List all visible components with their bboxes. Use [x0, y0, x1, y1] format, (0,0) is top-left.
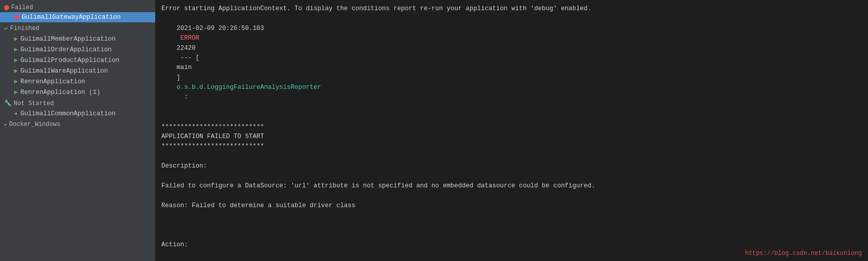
error-circle-icon	[4, 5, 9, 10]
run-icon-order: ▶	[14, 46, 18, 53]
sidebar-item-gulimallcommon[interactable]: ✦ GulimallCommonApplication	[0, 108, 155, 119]
watermark-url: https://blog.csdn.net/baikunlong	[745, 250, 862, 257]
console-empty-6	[161, 220, 862, 230]
sidebar-item-renren1-label: RenrenApplication (1)	[20, 89, 100, 96]
sidebar: Failed GulimallGatewayApplication ↩ Fini…	[0, 0, 155, 261]
console-stars2: ***************************	[161, 142, 862, 151]
error-level: ERROR	[177, 35, 203, 42]
console-stars1: ***************************	[161, 122, 862, 132]
chevron-down-icon: ▸	[4, 121, 7, 127]
run-icon-common: ✦	[14, 110, 18, 117]
sidebar-item-renren1[interactable]: ▶ RenrenApplication (1)	[0, 87, 155, 97]
separator2: ]	[177, 74, 184, 81]
sidebar-item-renren-label: RenrenApplication	[20, 78, 85, 85]
sidebar-item-gulimallcommon-label: GulimallCommonApplication	[20, 110, 116, 117]
timestamp-value: 2021-02-09 20:26:50.103	[177, 25, 264, 32]
sidebar-section-notstarted-label: Not Started	[14, 100, 54, 107]
sidebar-section-docker[interactable]: ▸ Docker_Windows	[0, 119, 155, 129]
run-icon-ware: ▶	[14, 67, 18, 75]
logger-name: o.s.b.d.LoggingFailureAnalysisReporter	[177, 84, 321, 91]
console-app-failed: APPLICATION FAILED TO START	[161, 132, 862, 142]
separator3: :	[177, 93, 188, 101]
console-reason: Reason: Failed to determine a suitable d…	[161, 201, 862, 211]
sidebar-section-notstarted: 🔧 Not Started	[0, 97, 155, 108]
sidebar-item-gulimallorder[interactable]: ▶ GulimallOrderApplication	[0, 44, 155, 55]
sidebar-section-finished: ↩ Finished	[0, 22, 155, 34]
sidebar-item-gulimallproduct[interactable]: ▶ GulimallProductApplication	[0, 55, 155, 66]
console-failed-msg: Failed to configure a DataSource: 'url' …	[161, 181, 862, 191]
sidebar-section-failed: Failed	[0, 2, 155, 12]
sidebar-section-failed-label: Failed	[11, 4, 33, 11]
console-empty-2	[161, 152, 862, 161]
run-icon-member: ▶	[14, 35, 18, 43]
sidebar-item-gulimallgateway-label: GulimallGatewayApplication	[22, 14, 121, 21]
sidebar-item-gulimallmember[interactable]: ▶ GulimallMemberApplication	[0, 34, 155, 44]
sidebar-item-renren[interactable]: ▶ RenrenApplication	[0, 76, 155, 87]
sidebar-item-gulimallgateway[interactable]: GulimallGatewayApplication	[0, 12, 155, 22]
sidebar-item-gulimallmember-label: GulimallMemberApplication	[20, 36, 116, 43]
console-empty-3	[161, 171, 862, 181]
console-action-label: Action:	[161, 240, 862, 250]
console-empty-7	[161, 231, 862, 240]
console-empty-4	[161, 191, 862, 201]
console-timestamp-line: 2021-02-09 20:26:50.103 ERROR 22420 --- …	[161, 14, 862, 112]
console-panel: Error starting ApplicationContext. To di…	[155, 0, 868, 261]
separator: --- [	[177, 54, 241, 61]
wrench-icon: 🔧	[4, 100, 12, 107]
console-line-1: Error starting ApplicationContext. To di…	[161, 4, 862, 14]
run-icon-renren1: ▶	[14, 88, 18, 96]
thread-name: main	[177, 64, 192, 71]
run-icon-product: ▶	[14, 56, 18, 64]
sidebar-item-gulimallproduct-label: GulimallProductApplication	[20, 57, 119, 64]
sidebar-item-gulimallorder-label: GulimallOrderApplication	[20, 46, 112, 53]
failed-dot-icon	[14, 15, 19, 20]
sidebar-section-finished-label: Finished	[10, 25, 40, 32]
check-icon: ↩	[4, 24, 8, 32]
console-empty-1	[161, 112, 862, 122]
sidebar-item-gulimallware[interactable]: ▶ GulimallWareApplication	[0, 66, 155, 76]
console-empty-5	[161, 211, 862, 220]
error-code: 22420	[177, 45, 196, 52]
console-description-label: Description:	[161, 161, 862, 171]
run-icon-renren: ▶	[14, 78, 18, 85]
sidebar-item-gulimallware-label: GulimallWareApplication	[20, 68, 108, 75]
sidebar-section-docker-label: Docker_Windows	[9, 121, 60, 128]
